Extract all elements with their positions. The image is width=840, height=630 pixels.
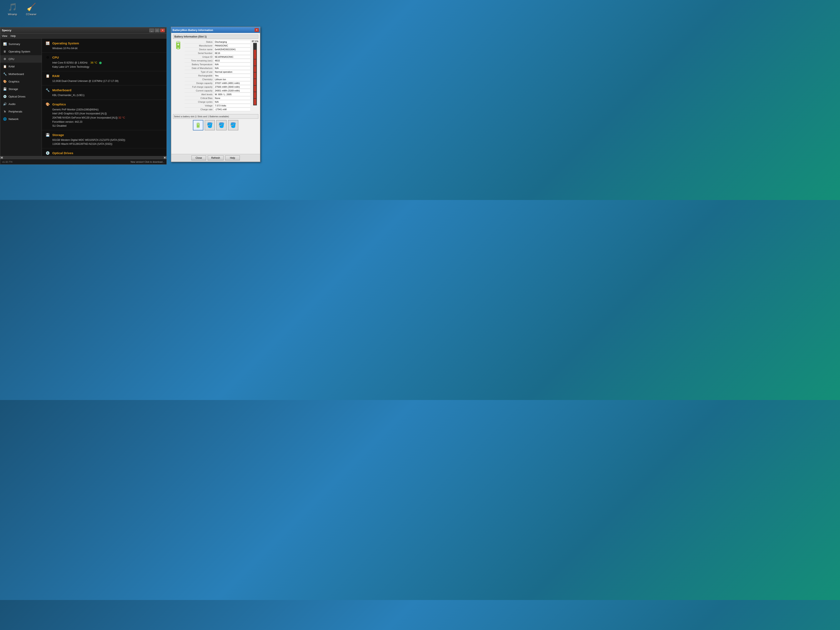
battery-slot-2[interactable]: 🪣 — [205, 120, 215, 130]
battery-field-label: Charge cycles — [185, 101, 214, 103]
battery-info-row: Alert levelsW: 809 / L: 2695 — [185, 93, 250, 96]
sidebar-label-peripherals: Peripherals — [8, 110, 22, 113]
sidebar-item-operating-system[interactable]: 🖥 Operating System — [0, 48, 42, 55]
battery-slot-4[interactable]: 🪣 — [228, 120, 238, 130]
sidebar-item-summary[interactable]: 📊 Summary — [0, 40, 42, 48]
battery-segment-3 — [254, 66, 256, 72]
sidebar-item-network[interactable]: 🌐 Network — [0, 115, 42, 123]
battery-segment-8 — [254, 99, 256, 105]
battery-field-value: PANASONIC — [214, 44, 250, 47]
sidebar-item-graphics[interactable]: 🎨 Graphics — [0, 78, 42, 85]
batterymon-close-button[interactable]: ✕ — [254, 28, 259, 32]
battery-info-row: Full charge capacity27566 mWh (3640 mAh) — [185, 85, 250, 89]
battery-info-row: Unique ID6E16PANASONIC — [185, 55, 250, 59]
battery-field-label: Type of use — [185, 71, 214, 73]
speccy-minimize-button[interactable]: _ — [149, 28, 154, 32]
battery-info-row: Critical BiasNone — [185, 96, 250, 100]
battery-select-text: Select a battery slot (1 Slots and 1 Bat… — [174, 115, 229, 118]
storage-section: 💾 Storage 931GB Western Digital WDC WD10… — [42, 130, 166, 148]
battery-info-row: Current capacity24001 mWh (3169 mAh) — [185, 89, 250, 93]
cpu-detail-2: Kaby Lake-U/Y 14nm Technology — [52, 65, 163, 69]
graphics-detail-3: 2047MB NVIDIA GeForce MX130 (Acer Incorp… — [52, 115, 163, 120]
batterymon-refresh-button[interactable]: Refresh — [208, 155, 224, 160]
speccy-maximize-button[interactable]: □ — [155, 28, 159, 32]
battery-segment-1 — [254, 50, 256, 59]
hscroll-track[interactable] — [3, 156, 163, 159]
peripherals-icon: 🖱 — [3, 109, 7, 114]
battery-info-row: Voltage7.573 Volts — [185, 104, 250, 107]
battery-field-value: N/A — [214, 63, 250, 66]
optical-drives-section: 💿 Optical Drives No optical disk drives … — [42, 148, 166, 156]
battery-info-row: Charge cyclesN/A — [185, 100, 250, 104]
os-header: 🪟 Operating System — [45, 41, 163, 46]
sidebar-item-motherboard[interactable]: 🔧 Motherboard — [0, 70, 42, 78]
sidebar-item-storage[interactable]: 💾 Storage — [0, 85, 42, 93]
battery-info-row: Time remaining (sec)4815 — [185, 59, 250, 63]
os-section-title: Operating System — [52, 41, 79, 45]
gpu-temp-badge: 32 °C — [118, 116, 125, 119]
battery-field-label: Chemistry — [185, 78, 214, 81]
storage-detail-1: 931GB Western Digital WDC WD10SPZX-21Z10… — [52, 138, 163, 142]
speccy-update-text[interactable]: New version! Click to download... — [131, 161, 164, 163]
ccleaner-label: CCleaner — [26, 13, 37, 16]
speccy-menubar: View Help — [0, 33, 166, 38]
cpu-section: ⚙ CPU Intel Core i5 8250U @ 1.60GHz 36 °… — [42, 53, 166, 71]
cpu-header: ⚙ CPU — [45, 55, 163, 60]
battery-segment-6 — [254, 85, 256, 92]
battery-info-row: ChemistryLithium Ion — [185, 77, 250, 81]
graphics-icon: 🎨 — [3, 79, 7, 84]
graphics-section-icon: 🎨 — [45, 102, 50, 107]
motherboard-detail: KBL Charmander_KL (U3E1) — [52, 93, 163, 97]
battery-info-left: 🔋 StatusDischargingManufacturerPANASONIC… — [173, 40, 250, 112]
battery-info-row: Battery TemperatureN/A — [185, 63, 250, 66]
sidebar-item-cpu[interactable]: ⚙ CPU — [0, 55, 42, 63]
battery-field-value: N/A — [214, 100, 250, 103]
battery-field-label: Charge rate — [185, 108, 214, 111]
sidebar-item-optical-drives[interactable]: 💿 Optical Drives — [0, 93, 42, 100]
battery-segment-7 — [254, 92, 256, 98]
storage-detail-2: 119GB Hitachi HFS128G39TND-N210A (SATA (… — [52, 142, 163, 146]
sidebar-item-peripherals[interactable]: 🖱 Peripherals — [0, 108, 42, 115]
sidebar-item-audio[interactable]: 🔊 Audio — [0, 100, 42, 108]
speccy-menu-help[interactable]: Help — [11, 35, 16, 38]
battery-info-row: Type of useNormal operation — [185, 70, 250, 74]
desktop-icon-ccleaner[interactable]: 🧹 CCleaner — [23, 2, 39, 16]
battery-slot-1[interactable]: 🔋 — [193, 120, 203, 130]
ram-icon: 📋 — [3, 65, 7, 68]
ram-header: 📋 RAM — [45, 73, 163, 78]
battery-field-label: Date of Manufacture — [185, 67, 214, 69]
speccy-main-content: 🪟 Operating System Windows 10 Pro 64-bit… — [42, 38, 166, 156]
optical-drives-icon: 💿 — [3, 95, 7, 98]
sidebar-item-ram[interactable]: 📋 RAM — [0, 63, 42, 70]
batterymon-help-button[interactable]: Help — [225, 155, 240, 160]
battery-field-value: Discharging — [214, 40, 250, 43]
sidebar-label-motherboard: Motherboard — [8, 73, 24, 76]
speccy-window: Speccy _ □ ✕ View Help 📊 Summary 🖥 Opera… — [0, 27, 167, 164]
battery-field-value: None — [214, 97, 250, 99]
os-section: 🪟 Operating System Windows 10 Pro 64-bit — [42, 38, 166, 53]
battery-field-value: 37037 mWh (4891 mAh) — [214, 82, 250, 85]
speccy-sidebar: 📊 Summary 🖥 Operating System ⚙ CPU 📋 RAM… — [0, 38, 42, 156]
batterymon-close-footer-button[interactable]: Close — [191, 155, 206, 160]
battery-field-label: Status — [185, 41, 214, 43]
battery-field-label: Rechargeable — [185, 74, 214, 77]
battery-field-value: W: 809 / L: 2695 — [214, 93, 250, 96]
hscroll-left-button[interactable]: ◀ — [0, 156, 3, 159]
ram-detail: 12,0GB Dual-Channel Unknown @ 1197MHz (1… — [52, 79, 163, 83]
battery-field-label: Manufacturer — [185, 44, 214, 47]
motherboard-section: 🔧 Motherboard KBL Charmander_KL (U3E1) — [42, 85, 166, 99]
motherboard-icon: 🔧 — [3, 72, 7, 76]
speccy-close-button[interactable]: ✕ — [160, 28, 165, 32]
desktop-icon-winamp[interactable]: 🎵 Winamp — [4, 2, 21, 16]
battery-field-value: -17941 mW — [214, 108, 250, 111]
battery-content-area: 🔋 StatusDischargingManufacturerPANASONIC… — [173, 40, 258, 112]
battery-info-row: Design capacity37037 mWh (4891 mAh) — [185, 81, 250, 85]
battery-slot-3[interactable]: 🪣 — [216, 120, 227, 130]
battery-field-label: Critical Bias — [185, 97, 214, 99]
hscroll-right-button[interactable]: ▶ — [164, 156, 166, 159]
storage-section-icon: 💾 — [45, 132, 50, 137]
motherboard-section-title: Motherboard — [52, 88, 71, 92]
battery-info-row: Serial Number6E16 — [185, 51, 250, 55]
speccy-menu-view[interactable]: View — [2, 35, 7, 38]
battery-field-value: Yes — [214, 74, 250, 77]
